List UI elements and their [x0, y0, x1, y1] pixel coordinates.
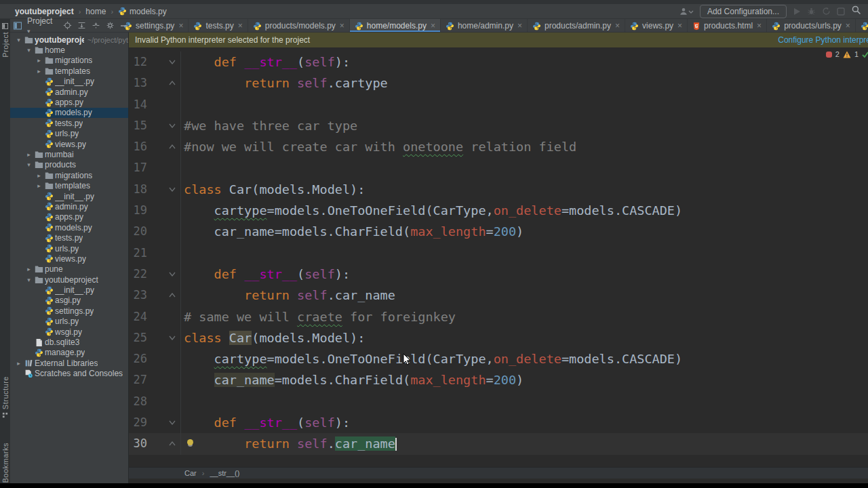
- breadcrumb[interactable]: youtubeproject›home›models.py: [0, 7, 167, 16]
- tree-item-youtubeproject[interactable]: ▾youtubeproject: [10, 274, 128, 285]
- fold-down-icon[interactable]: [147, 327, 181, 348]
- fold-down-icon[interactable]: [147, 115, 181, 136]
- tree-item-__init__.py[interactable]: __init__.py: [10, 285, 128, 295]
- tab-views.py[interactable]: views.py×: [625, 19, 688, 32]
- tree-item-urls.py[interactable]: urls.py: [10, 317, 128, 327]
- hide-panel-icon[interactable]: [120, 22, 128, 30]
- tree-item-models.py[interactable]: models.py: [10, 222, 128, 232]
- chevron-collapsed-icon[interactable]: ▸: [35, 172, 43, 179]
- chevron-collapsed-icon[interactable]: ▸: [24, 151, 33, 158]
- tree-item-urls.py[interactable]: urls.py: [10, 129, 128, 139]
- code-line-30[interactable]: 30 return self.car_name: [129, 433, 868, 454]
- tree-item-__init__.py[interactable]: __init__.py: [10, 77, 128, 87]
- chevron-collapsed-icon[interactable]: ▸: [35, 57, 43, 64]
- tree-item-products[interactable]: ▾products: [10, 160, 128, 170]
- search-everywhere-icon[interactable]: [851, 5, 861, 18]
- code-line-24[interactable]: 24# same we will craete for foreignkey: [129, 306, 868, 327]
- tab-youtubeproject/urls.py[interactable]: youtubeproject/urls.py×: [856, 19, 868, 32]
- tab-tests.py[interactable]: tests.py×: [189, 19, 248, 32]
- close-icon[interactable]: ×: [677, 21, 682, 30]
- chevron-collapsed-icon[interactable]: ▸: [35, 68, 43, 75]
- breadcrumb-item[interactable]: home: [85, 7, 106, 16]
- fold-up-icon[interactable]: [147, 433, 181, 454]
- close-icon[interactable]: ×: [846, 21, 850, 30]
- editor-area[interactable]: Invalid Python interpreter selected for …: [129, 33, 868, 479]
- tree-item-tests.py[interactable]: tests.py: [10, 118, 128, 128]
- tree-item-apps.py[interactable]: apps.py: [10, 212, 128, 222]
- fold-down-icon[interactable]: [147, 179, 181, 200]
- fold-up-icon[interactable]: [147, 285, 181, 306]
- collapse-all-icon[interactable]: [92, 21, 100, 30]
- tree-item-Scratches and Consoles[interactable]: Scratches and Consoles: [10, 369, 128, 379]
- coverage-icon[interactable]: [822, 7, 831, 16]
- tab-products/models.py[interactable]: products/models.py×: [248, 19, 350, 32]
- close-icon[interactable]: ×: [340, 21, 344, 30]
- tree-item-home[interactable]: ▾home: [10, 45, 128, 55]
- code-line-26[interactable]: 26 cartype=models.OneToOneField(CarType,…: [129, 348, 868, 369]
- chevron-expanded-icon[interactable]: ▾: [24, 277, 33, 283]
- tree-item-templates[interactable]: ▸templates: [10, 180, 128, 190]
- code-line-15[interactable]: 15#we have three car type: [129, 115, 868, 136]
- fold-down-icon[interactable]: [147, 412, 181, 433]
- fold-up-icon[interactable]: [147, 136, 181, 157]
- tab-products/urls.py[interactable]: products/urls.py×: [767, 19, 856, 32]
- close-icon[interactable]: ×: [615, 21, 620, 30]
- code-line-20[interactable]: 20 car_name=models.CharField(max_length=…: [129, 221, 868, 242]
- close-icon[interactable]: ×: [517, 21, 522, 30]
- breadcrumb-method[interactable]: __str__(): [210, 469, 239, 477]
- fold-down-icon[interactable]: [147, 52, 181, 73]
- tool-button-structure[interactable]: Structure: [0, 376, 10, 418]
- code-line-12[interactable]: 12 def __str__(self):: [129, 52, 868, 73]
- chevron-expanded-icon[interactable]: ▾: [24, 161, 33, 168]
- profiler-icon[interactable]: [837, 7, 845, 16]
- tree-item-pune[interactable]: ▸pune: [10, 264, 128, 274]
- tree-item-apps.py[interactable]: apps.py: [10, 97, 128, 107]
- tab-products.html[interactable]: products.html×: [688, 19, 767, 32]
- chevron-expanded-icon[interactable]: ▾: [24, 47, 33, 54]
- tree-item-urls.py[interactable]: urls.py: [10, 243, 128, 253]
- code-line-27[interactable]: 27 car_name=models.CharField(max_length=…: [129, 369, 868, 390]
- add-configuration-button[interactable]: Add Configuration...: [700, 5, 787, 18]
- breadcrumb-item[interactable]: models.py: [118, 7, 167, 16]
- fold-down-icon[interactable]: [147, 264, 181, 285]
- tab-products/admin.py[interactable]: products/admin.py×: [528, 19, 625, 32]
- tree-item-External Libraries[interactable]: ▸External Libraries: [10, 358, 128, 368]
- close-icon[interactable]: ×: [757, 21, 762, 30]
- code-line-17[interactable]: 17: [129, 157, 868, 178]
- code-line-28[interactable]: 28: [129, 391, 868, 412]
- fold-up-icon[interactable]: [147, 73, 181, 94]
- project-panel-icon[interactable]: [14, 22, 22, 30]
- code-line-19[interactable]: 19 cartype=models.OneToOneField(CarType,…: [129, 200, 868, 221]
- tool-button-bookmarks[interactable]: Bookmarks: [0, 443, 10, 483]
- chevron-collapsed-icon[interactable]: ▸: [24, 266, 33, 272]
- code-line-13[interactable]: 13 return self.cartype: [129, 73, 868, 94]
- tab-home/admin.py[interactable]: home/admin.py×: [441, 19, 528, 32]
- tree-item-tests.py[interactable]: tests.py: [10, 232, 128, 243]
- tree-item-views.py[interactable]: views.py: [10, 253, 128, 264]
- breadcrumb-item[interactable]: youtubeproject: [15, 7, 74, 16]
- code-line-18[interactable]: 18class Car(models.Model):: [129, 179, 868, 200]
- close-icon[interactable]: ×: [431, 21, 435, 30]
- breadcrumb-class[interactable]: Car: [184, 469, 197, 477]
- tree-item-admin.py[interactable]: admin.py: [10, 87, 128, 97]
- code-editor[interactable]: 12 def __str__(self):13 return self.cart…: [129, 47, 868, 468]
- chevron-expanded-icon[interactable]: ▾: [14, 37, 23, 43]
- code-line-22[interactable]: 22 def __str__(self):: [129, 264, 868, 285]
- tree-item-manage.py[interactable]: manage.py: [10, 348, 128, 358]
- code-line-16[interactable]: 16#now we will create car with onetoone …: [129, 136, 868, 157]
- chevron-collapsed-icon[interactable]: ▸: [35, 182, 43, 189]
- tree-item-admin.py[interactable]: admin.py: [10, 201, 128, 211]
- code-line-23[interactable]: 23 return self.car_name: [129, 285, 868, 306]
- locate-icon[interactable]: [63, 21, 72, 30]
- expand-all-icon[interactable]: [77, 21, 86, 30]
- code-line-25[interactable]: 25class Car(models.Model):: [129, 327, 868, 348]
- tree-item-__init__.py[interactable]: __init__.py: [10, 191, 128, 201]
- tree-item-migrations[interactable]: ▸migrations: [10, 56, 128, 66]
- tree-item-templates[interactable]: ▸templates: [10, 66, 128, 76]
- tab-home/models.py[interactable]: home/models.py×: [350, 19, 441, 32]
- tree-item-views.py[interactable]: views.py: [10, 139, 128, 149]
- code-line-21[interactable]: 21: [129, 243, 868, 264]
- close-icon[interactable]: ×: [238, 21, 243, 30]
- code-line-14[interactable]: 14: [129, 94, 868, 115]
- close-icon[interactable]: ×: [178, 21, 183, 30]
